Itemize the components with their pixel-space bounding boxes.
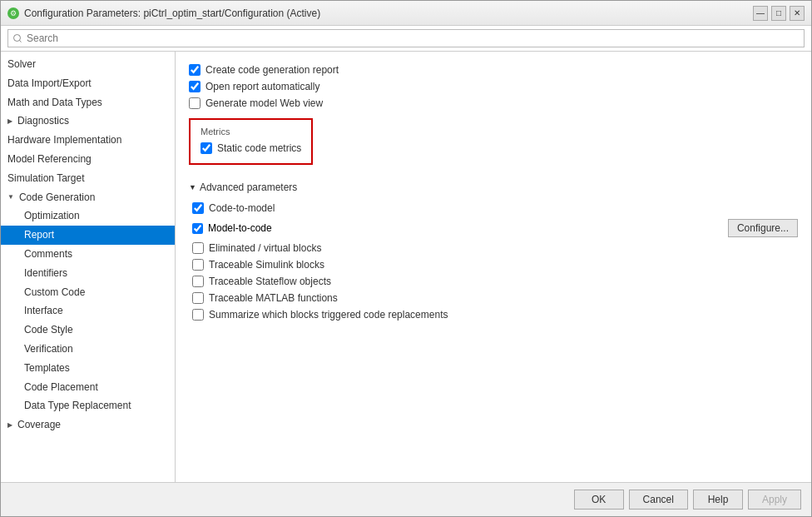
minimize-button[interactable]: — xyxy=(753,6,768,21)
bottom-bar: OK Cancel Help Apply xyxy=(1,482,811,516)
open-report-checkbox[interactable] xyxy=(189,81,201,92)
code-to-model-row: Code-to-model xyxy=(192,200,798,216)
content-area: Create code generation report Open repor… xyxy=(176,52,811,482)
traceable-stateflow-row: Traceable Stateflow objects xyxy=(192,273,798,290)
summarize-blocks-checkbox[interactable] xyxy=(192,309,204,321)
title-bar-controls: — □ ✕ xyxy=(753,6,805,21)
sidebar-item-interface[interactable]: Interface xyxy=(1,301,175,321)
sidebar-item-optimization[interactable]: Optimization xyxy=(1,206,175,226)
traceable-matlab-checkbox[interactable] xyxy=(192,292,204,304)
optimization-label: Optimization xyxy=(24,209,80,223)
sidebar: Solver Data Import/Export Math and Data … xyxy=(1,52,176,482)
sidebar-item-code-style[interactable]: Code Style xyxy=(1,321,175,340)
cancel-button[interactable]: Cancel xyxy=(629,490,688,510)
code-to-model-checkbox[interactable] xyxy=(192,202,204,214)
create-report-row: Create code generation report xyxy=(189,62,798,78)
code-generation-triangle: ▼ xyxy=(7,192,14,201)
eliminated-virtual-label[interactable]: Eliminated / virtual blocks xyxy=(209,242,321,254)
sidebar-item-diagnostics[interactable]: ▶ Diagnostics xyxy=(1,112,175,131)
solver-label: Solver xyxy=(7,57,36,72)
main-content: Solver Data Import/Export Math and Data … xyxy=(1,52,811,482)
sidebar-item-templates[interactable]: Templates xyxy=(1,359,175,378)
math-data-types-label: Math and Data Types xyxy=(7,96,102,110)
data-type-replacement-label: Data Type Replacement xyxy=(24,399,131,413)
eliminated-virtual-checkbox[interactable] xyxy=(192,242,204,254)
open-report-label[interactable]: Open report automatically xyxy=(205,81,319,92)
window-title: Configuration Parameters: piCtrl_optim_s… xyxy=(24,7,320,19)
comments-label: Comments xyxy=(24,247,72,261)
app-icon: ⚙ xyxy=(7,7,19,19)
sidebar-item-report[interactable]: Report xyxy=(1,226,175,245)
sidebar-item-simulation-target[interactable]: Simulation Target xyxy=(1,169,175,188)
summarize-blocks-label[interactable]: Summarize which blocks triggered code re… xyxy=(209,309,448,321)
eliminated-virtual-row: Eliminated / virtual blocks xyxy=(192,240,798,256)
maximize-button[interactable]: □ xyxy=(771,6,786,21)
close-button[interactable]: ✕ xyxy=(790,6,805,21)
sidebar-item-custom-code[interactable]: Custom Code xyxy=(1,283,175,302)
advanced-label: Advanced parameters xyxy=(200,181,297,193)
diagnostics-triangle: ▶ xyxy=(7,117,12,126)
ok-button[interactable]: OK xyxy=(574,490,624,510)
generate-web-view-row: Generate model Web view xyxy=(189,95,798,112)
traceable-matlab-label[interactable]: Traceable MATLAB functions xyxy=(209,292,338,304)
static-code-metrics-checkbox[interactable] xyxy=(201,142,212,154)
apply-button[interactable]: Apply xyxy=(748,490,801,510)
model-to-code-label[interactable]: Model-to-code xyxy=(208,222,272,234)
interface-label: Interface xyxy=(24,304,63,318)
traceable-stateflow-checkbox[interactable] xyxy=(192,276,204,287)
help-button[interactable]: Help xyxy=(693,490,743,510)
metrics-label: Metrics xyxy=(201,127,301,137)
report-label: Report xyxy=(24,228,54,242)
traceable-stateflow-label[interactable]: Traceable Stateflow objects xyxy=(209,276,331,287)
traceable-simulink-row: Traceable Simulink blocks xyxy=(192,256,798,273)
sidebar-item-code-placement[interactable]: Code Placement xyxy=(1,378,175,397)
sidebar-item-math-data-types[interactable]: Math and Data Types xyxy=(1,93,175,112)
title-bar-left: ⚙ Configuration Parameters: piCtrl_optim… xyxy=(7,7,320,19)
search-input[interactable] xyxy=(7,29,805,47)
sidebar-item-code-generation[interactable]: ▼ Code Generation xyxy=(1,188,175,207)
configure-button[interactable]: Configure... xyxy=(728,219,798,237)
model-referencing-label: Model Referencing xyxy=(7,152,92,167)
generate-web-view-label[interactable]: Generate model Web view xyxy=(205,97,323,109)
title-bar: ⚙ Configuration Parameters: piCtrl_optim… xyxy=(1,1,811,26)
hardware-implementation-label: Hardware Implementation xyxy=(7,133,121,147)
model-to-code-checkbox[interactable] xyxy=(192,223,203,234)
sidebar-item-verification[interactable]: Verification xyxy=(1,340,175,359)
static-code-metrics-row: Static code metrics xyxy=(201,140,301,157)
advanced-triangle: ▼ xyxy=(189,183,196,191)
diagnostics-label: Diagnostics xyxy=(17,114,69,128)
sidebar-item-data-import-export[interactable]: Data Import/Export xyxy=(1,74,175,93)
code-placement-label: Code Placement xyxy=(24,380,98,395)
traceable-matlab-row: Traceable MATLAB functions xyxy=(192,290,798,306)
code-style-label: Code Style xyxy=(24,323,73,337)
code-to-model-label[interactable]: Code-to-model xyxy=(209,202,275,214)
open-report-row: Open report automatically xyxy=(189,78,798,95)
sidebar-item-identifiers[interactable]: Identifiers xyxy=(1,264,175,283)
advanced-section: ▼ Advanced parameters Code-to-model Mode… xyxy=(189,181,798,323)
sidebar-item-hardware-implementation[interactable]: Hardware Implementation xyxy=(1,131,175,150)
data-import-export-label: Data Import/Export xyxy=(7,77,92,91)
create-report-label[interactable]: Create code generation report xyxy=(205,64,339,76)
sidebar-item-coverage[interactable]: ▶ Coverage xyxy=(1,415,175,435)
summarize-blocks-row: Summarize which blocks triggered code re… xyxy=(192,306,798,323)
traceable-simulink-label[interactable]: Traceable Simulink blocks xyxy=(209,259,324,271)
model-to-code-row: Model-to-code Configure... xyxy=(192,216,798,240)
code-generation-label: Code Generation xyxy=(19,191,95,205)
sidebar-item-model-referencing[interactable]: Model Referencing xyxy=(1,150,175,169)
metrics-box: Metrics Static code metrics xyxy=(189,118,313,165)
generate-web-view-checkbox[interactable] xyxy=(189,97,201,109)
model-to-code-left: Model-to-code xyxy=(192,222,272,234)
advanced-header: ▼ Advanced parameters xyxy=(189,181,798,193)
create-report-checkbox[interactable] xyxy=(189,64,201,76)
traceable-simulink-checkbox[interactable] xyxy=(192,259,204,271)
coverage-label: Coverage xyxy=(17,418,61,432)
sidebar-item-data-type-replacement[interactable]: Data Type Replacement xyxy=(1,396,175,415)
static-code-metrics-label[interactable]: Static code metrics xyxy=(217,142,301,154)
sidebar-item-comments[interactable]: Comments xyxy=(1,245,175,264)
custom-code-label: Custom Code xyxy=(24,286,85,300)
advanced-params: Code-to-model Model-to-code Configure...… xyxy=(189,200,798,323)
simulation-target-label: Simulation Target xyxy=(7,172,85,186)
sidebar-item-solver[interactable]: Solver xyxy=(1,55,175,74)
identifiers-label: Identifiers xyxy=(24,266,67,281)
verification-label: Verification xyxy=(24,342,73,356)
